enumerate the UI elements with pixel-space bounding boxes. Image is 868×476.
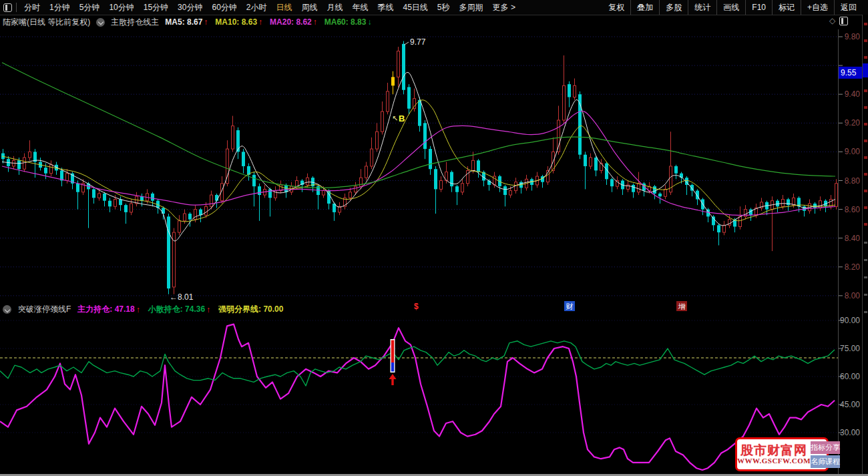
- period-tab-9[interactable]: 周线: [297, 0, 322, 15]
- period-tab-14[interactable]: 5秒: [433, 0, 455, 15]
- indicator-collapse-icon[interactable]: [3, 305, 11, 314]
- period-tab-16[interactable]: 更多 >: [488, 0, 520, 15]
- instrument-title: 陆家嘴(日线 等比前复权): [3, 17, 90, 28]
- period-tab-list: 分时1分钟5分钟10分钟15分钟30分钟60分钟2小时日线周线月线年线季线45日…: [19, 0, 520, 15]
- svg-text:9.00: 9.00: [845, 147, 861, 156]
- toolbar-action-2[interactable]: 多股: [659, 0, 688, 15]
- svg-text:←8.01: ←8.01: [170, 292, 194, 302]
- period-tab-13[interactable]: 45日线: [399, 0, 433, 15]
- svg-text:B: B: [399, 113, 405, 124]
- overlay-indicator-name: 主散持仓线主: [111, 17, 159, 28]
- ma-legend: MA5: 8.67↑MA10: 8.63↑MA20: 8.62↑MA60: 8.…: [165, 17, 371, 27]
- watermark-text: 股市财富网 WWW.GSCFW.COM: [737, 443, 811, 465]
- svg-text:75.00: 75.00: [840, 344, 860, 353]
- toolbar-action-3[interactable]: 统计: [688, 0, 716, 15]
- up-arrow-icon: ↑: [313, 17, 317, 27]
- up-arrow-icon: ↑: [136, 305, 140, 314]
- up-arrow-icon: ↑: [204, 17, 208, 27]
- svg-text:90.00: 90.00: [840, 316, 860, 325]
- svg-text:增: 增: [678, 302, 686, 310]
- period-tab-15[interactable]: 多周期: [455, 0, 488, 15]
- toolbar-action-6[interactable]: 标记: [772, 0, 801, 15]
- period-tab-6[interactable]: 60分钟: [207, 0, 241, 15]
- up-arrow-icon: ↑: [206, 305, 210, 314]
- period-tab-2[interactable]: 5分钟: [75, 0, 105, 15]
- period-tab-10[interactable]: 月线: [322, 0, 348, 15]
- right-edge-strip: [862, 15, 868, 475]
- edge-strip-marks-gray: [864, 242, 867, 322]
- toolbar-action-8[interactable]: 返回: [834, 0, 863, 15]
- diamond-icon[interactable]: ◇: [829, 16, 835, 25]
- indicator-value-0: 主力持仓: 47.18↑: [77, 304, 140, 315]
- ma-value-1: MA10: 8.63↑: [215, 17, 262, 27]
- svg-text:60.00: 60.00: [840, 372, 860, 381]
- period-toolbar: 分时1分钟5分钟10分钟15分钟30分钟60分钟2小时日线周线月线年线季线45日…: [0, 0, 868, 15]
- watermark-badge-1: 指标分享: [811, 441, 840, 454]
- svg-text:8.00: 8.00: [845, 291, 861, 300]
- period-tab-0[interactable]: 分时: [19, 0, 45, 15]
- toolbar-action-1[interactable]: 叠加: [630, 0, 659, 15]
- edge-strip-price-mark: [863, 63, 868, 77]
- toolbar-action-7[interactable]: +自选: [801, 0, 834, 15]
- watermark-badges: 指标分享 名师课程: [811, 441, 840, 468]
- svg-text:9.77: 9.77: [410, 37, 426, 47]
- up-arrow-icon: ↑: [258, 17, 262, 27]
- indicator-value-1: 小散持仓: 74.36↑: [148, 304, 210, 315]
- pane-corner-icons: ◇: [829, 16, 848, 25]
- indicator-name: 突破涨停颈线F: [18, 304, 71, 315]
- period-tab-3[interactable]: 10分钟: [104, 0, 138, 15]
- split-pane-icon[interactable]: [839, 17, 848, 25]
- svg-text:8.60: 8.60: [845, 205, 861, 214]
- toolbar-divider: [16, 3, 17, 12]
- toolbar-actions: 复权叠加多股统计画线F10标记+自选返回: [602, 0, 863, 15]
- period-tab-7[interactable]: 2小时: [242, 0, 272, 15]
- period-tab-8[interactable]: 日线: [272, 0, 297, 15]
- period-tab-11[interactable]: 年线: [348, 0, 373, 15]
- indicator-pane-header: 突破涨停颈线F 主力持仓: 47.18↑小散持仓: 74.36↑强弱分界线: 7…: [3, 304, 283, 315]
- indicator-collapse-icon[interactable]: [96, 18, 105, 27]
- svg-text:8.80: 8.80: [845, 176, 861, 186]
- svg-text:45.00: 45.00: [840, 400, 860, 409]
- watermark-badge-2: 名师课程: [811, 455, 840, 468]
- chart-title-bar: 陆家嘴(日线 等比前复权) 主散持仓线主 MA5: 8.67↑MA10: 8.6…: [0, 15, 841, 29]
- watermark-box: 股市财富网 WWW.GSCFW.COM 指标分享 名师课程: [735, 437, 829, 471]
- toolbar-action-0[interactable]: 复权: [602, 0, 630, 15]
- svg-text:8.40: 8.40: [845, 234, 861, 243]
- svg-text:9.40: 9.40: [845, 89, 861, 99]
- watermark-site-url: WWW.GSCFW.COM: [737, 457, 811, 465]
- svg-text:$: $: [414, 302, 419, 311]
- price-chart-canvas[interactable]: 9.809.409.209.008.808.608.408.208.0090.0…: [0, 29, 868, 476]
- svg-text:9.80: 9.80: [845, 32, 861, 41]
- svg-text:8.20: 8.20: [845, 262, 861, 272]
- period-tab-12[interactable]: 季线: [373, 0, 399, 15]
- down-arrow-icon: ↓: [367, 17, 371, 27]
- period-tab-5[interactable]: 30分钟: [173, 0, 207, 15]
- trading-app-window: 分时1分钟5分钟10分钟15分钟30分钟60分钟2小时日线周线月线年线季线45日…: [0, 0, 868, 476]
- indicator-value-2: 强弱分界线: 70.00: [218, 304, 283, 315]
- indicator-value-list: 主力持仓: 47.18↑小散持仓: 74.36↑强弱分界线: 70.00: [77, 304, 283, 315]
- ma-value-2: MA20: 8.62↑: [270, 17, 317, 27]
- ma-value-0: MA5: 8.67↑: [165, 17, 208, 27]
- svg-text:9.55: 9.55: [841, 68, 857, 77]
- svg-text:30.00: 30.00: [840, 428, 860, 437]
- svg-text:财: 财: [566, 302, 574, 310]
- panel-toggle-icon[interactable]: [3, 3, 12, 12]
- edge-strip-marks: [864, 23, 867, 236]
- period-tab-1[interactable]: 1分钟: [45, 0, 75, 15]
- period-tab-4[interactable]: 15分钟: [139, 0, 173, 15]
- watermark-site-name: 股市财富网: [737, 444, 811, 457]
- toolbar-action-5[interactable]: F10: [745, 0, 772, 15]
- toolbar-action-4[interactable]: 画线: [716, 0, 745, 15]
- svg-text:9.20: 9.20: [845, 118, 861, 128]
- svg-text:↖: ↖: [392, 114, 398, 122]
- ma-value-3: MA60: 8.83↓: [324, 17, 372, 27]
